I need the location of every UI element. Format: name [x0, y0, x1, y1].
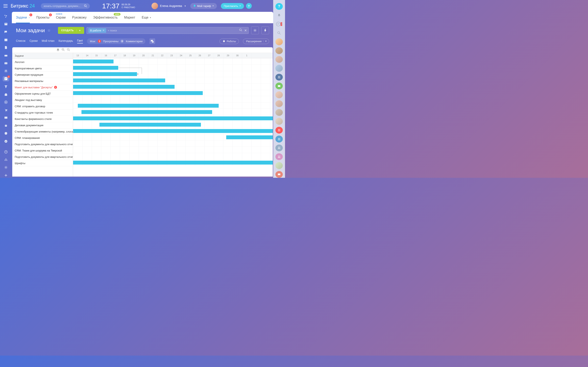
gantt-bar[interactable]: [73, 85, 174, 89]
sidebar-help-icon[interactable]: ?: [3, 150, 9, 154]
right-bell-icon[interactable]: [276, 12, 283, 18]
contact-avatar[interactable]: [276, 162, 283, 169]
robots-button[interactable]: Роботы: [219, 39, 239, 44]
invite-button[interactable]: Пригласить ▼: [221, 3, 244, 9]
contact-avatar[interactable]: [276, 100, 283, 107]
task-row[interactable]: Подготовить документы для квартального о…: [12, 141, 73, 147]
task-row[interactable]: Константы фирменного стиля: [12, 116, 73, 122]
contact-group-icon[interactable]: [276, 153, 283, 160]
extensions-button[interactable]: Расширения ▼: [243, 39, 269, 44]
search-icon[interactable]: [239, 29, 242, 33]
tab-scrum[interactable]: НОВОЕ Скрам: [56, 12, 66, 23]
viewtab-gantt[interactable]: Гант: [77, 39, 83, 43]
gantt-bar[interactable]: [73, 91, 203, 95]
contact-group-icon[interactable]: [276, 145, 283, 151]
sidebar-tasks-icon[interactable]: 1: [3, 76, 9, 81]
task-row[interactable]: Логотип: [12, 59, 73, 65]
right-help-button[interactable]: ?: [276, 3, 283, 10]
global-search-input[interactable]: [44, 4, 84, 8]
create-button[interactable]: СОЗДАТЬ ▼: [58, 27, 84, 34]
close-icon[interactable]: ✕: [244, 29, 247, 33]
task-row[interactable]: Рекламные материалы: [12, 78, 73, 84]
sidebar-shop-icon[interactable]: [3, 108, 9, 112]
tab-projects[interactable]: Проекты 1: [36, 12, 49, 23]
contact-avatar[interactable]: [276, 47, 283, 54]
sidebar-feed-icon[interactable]: [3, 14, 9, 19]
contact-card-icon[interactable]: [276, 83, 283, 89]
sidebar-android-icon[interactable]: [3, 123, 9, 128]
sidebar-groups-icon[interactable]: [3, 68, 9, 73]
sidebar-filter-icon[interactable]: [3, 84, 9, 89]
sidebar-chat-icon[interactable]: [3, 30, 9, 34]
viewtab-deadlines[interactable]: Сроки: [30, 39, 38, 43]
task-row[interactable]: CRM: планирование: [12, 135, 73, 141]
tab-tasks[interactable]: Задачи 1 ›: [16, 12, 30, 23]
gantt-bar[interactable]: [81, 110, 212, 114]
chevron-down-icon[interactable]: ▼: [263, 40, 267, 42]
gantt-bar[interactable]: [73, 59, 113, 63]
main-menu-toggle[interactable]: [2, 3, 9, 9]
gantt-bar[interactable]: [99, 123, 201, 127]
automation-button[interactable]: [261, 26, 269, 34]
sidebar-calendar-icon[interactable]: [3, 37, 9, 42]
contact-group-icon[interactable]: [276, 74, 283, 81]
gantt-bar[interactable]: [73, 66, 118, 70]
contact-avatar[interactable]: [276, 91, 283, 98]
task-row[interactable]: Стилеобразующие элементы (например, слог…: [12, 128, 73, 135]
task-row[interactable]: Шрифты: [12, 160, 73, 166]
task-row[interactable]: Оформление сцены для БДТ: [12, 91, 73, 97]
contact-avatar[interactable]: [276, 38, 283, 45]
mine-filter[interactable]: Мои: 1 Просрочены 0 Комментарии: [87, 38, 145, 44]
print-icon[interactable]: [56, 48, 60, 52]
help-button[interactable]: ?: [246, 3, 252, 9]
gantt-bar[interactable]: [78, 104, 219, 108]
gantt-bar[interactable]: [73, 161, 273, 165]
task-row[interactable]: Лендинг под выставку: [12, 97, 73, 103]
task-row[interactable]: Макет для выставки "Десерты"1: [12, 84, 73, 91]
task-row[interactable]: Корпоративные цвета: [12, 65, 73, 72]
task-row[interactable]: CRM: Ткани для шоурума на Тверской: [12, 147, 73, 154]
tab-more[interactable]: Еще ▼: [142, 12, 151, 23]
user-menu[interactable]: Елена Андреева ▼: [151, 3, 186, 9]
zoom-out-icon[interactable]: [67, 48, 71, 52]
chat-panel-button[interactable]: [149, 38, 155, 44]
sidebar-check-icon[interactable]: [3, 139, 9, 144]
sidebar-company-icon[interactable]: [3, 92, 9, 97]
gantt-bar[interactable]: [73, 129, 273, 133]
task-row[interactable]: Подготовить документы для квартального о…: [12, 154, 73, 160]
contact-group-icon[interactable]: [276, 136, 283, 142]
task-row[interactable]: Деловая документация: [12, 122, 73, 128]
gantt-bar[interactable]: [73, 117, 273, 120]
filter-chip-inwork[interactable]: В работе ✕: [88, 28, 106, 33]
contact-avatar[interactable]: [276, 118, 283, 125]
right-search-icon[interactable]: [276, 30, 283, 36]
contact-card-icon[interactable]: [276, 171, 283, 178]
sidebar-marketing-icon[interactable]: [3, 100, 9, 105]
sidebar-docs-icon[interactable]: [3, 45, 9, 50]
gantt-bar[interactable]: [226, 135, 273, 139]
sidebar-sites-icon[interactable]: [3, 115, 9, 120]
sidebar-drive-icon[interactable]: [3, 53, 9, 58]
tariff-button[interactable]: Мой тариф ▼: [190, 3, 217, 9]
sidebar-add-icon[interactable]: [3, 173, 9, 178]
viewtab-list[interactable]: Список: [16, 39, 26, 43]
sidebar-news-icon[interactable]: [3, 22, 9, 26]
gantt-bar[interactable]: [73, 78, 165, 82]
sidebar-package-icon[interactable]: [3, 131, 9, 136]
viewtab-calendar[interactable]: Календарь: [59, 39, 73, 43]
tab-efficiency[interactable]: Эффективность 100%: [93, 12, 118, 23]
task-row[interactable]: Стандарты для торговых точек: [12, 109, 73, 116]
close-icon[interactable]: ✕: [103, 29, 104, 32]
filter-search-input[interactable]: [108, 29, 142, 32]
gear-button[interactable]: [251, 26, 259, 34]
chevron-down-icon[interactable]: ▼: [77, 29, 81, 32]
contact-avatar[interactable]: [276, 56, 283, 63]
sidebar-sitemap-icon[interactable]: [3, 157, 9, 162]
tab-market[interactable]: Маркет: [124, 12, 135, 23]
viewtab-myplan[interactable]: Мой план: [42, 39, 54, 43]
sidebar-settings-icon[interactable]: [3, 165, 9, 170]
global-search[interactable]: [41, 3, 90, 9]
contact-group-icon[interactable]: [276, 127, 283, 133]
zoom-in-icon[interactable]: [62, 48, 65, 52]
star-icon[interactable]: ☆: [47, 28, 51, 33]
